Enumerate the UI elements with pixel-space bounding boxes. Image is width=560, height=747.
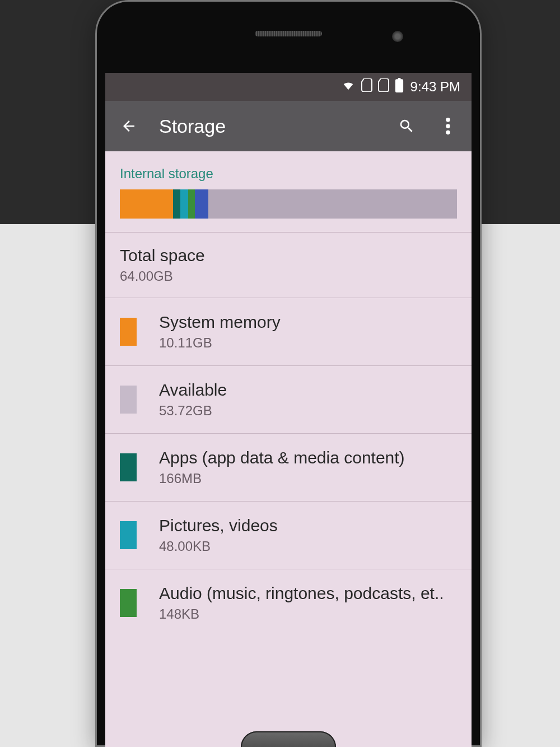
storage-category-row: System memory10.11GB (105, 298, 472, 365)
search-button[interactable] (395, 115, 418, 137)
sim2-icon (378, 78, 389, 95)
category-value: 10.11GB (159, 335, 457, 351)
category-title: System memory (159, 313, 457, 332)
status-bar: 9:43 PM (105, 73, 472, 101)
category-value: 148KB (159, 606, 457, 622)
usage-segment (208, 189, 457, 219)
category-color-swatch (120, 589, 137, 617)
usage-segment (188, 189, 195, 219)
phone-frame: 9:43 PM Storage Internal storage Total s… (95, 0, 482, 747)
battery-icon (395, 78, 404, 96)
category-title: Apps (app data & media content) (159, 448, 457, 467)
total-space-row: Total space 64.00GB (105, 232, 472, 298)
storage-usage-bar (105, 189, 472, 232)
app-bar: Storage (105, 101, 472, 151)
svg-point-1 (446, 124, 450, 128)
total-space-value: 64.00GB (120, 268, 457, 284)
svg-point-0 (446, 118, 450, 122)
section-header-internal: Internal storage (105, 151, 472, 189)
storage-content[interactable]: Internal storage Total space 64.00GB Sys… (105, 151, 472, 637)
category-value: 53.72GB (159, 403, 457, 419)
category-value: 166MB (159, 471, 457, 486)
usage-segment (180, 189, 188, 219)
category-color-swatch (120, 453, 137, 481)
usage-segment (173, 189, 180, 219)
phone-front-camera (392, 31, 403, 42)
overflow-menu-button[interactable] (437, 115, 459, 137)
category-value: 48.00KB (159, 539, 457, 554)
storage-category-row[interactable]: Audio (music, ringtones, podcasts, et..1… (105, 569, 472, 637)
category-title: Available (159, 381, 457, 400)
status-time: 9:43 PM (410, 79, 460, 95)
usage-segment (120, 189, 173, 219)
usage-segment (195, 189, 208, 219)
category-color-swatch (120, 521, 137, 549)
back-button[interactable] (118, 115, 140, 137)
page-title: Storage (159, 115, 376, 137)
phone-earpiece (255, 31, 322, 36)
wifi-icon (341, 79, 356, 95)
phone-screen: 9:43 PM Storage Internal storage Total s… (105, 73, 472, 747)
category-title: Pictures, videos (159, 516, 457, 535)
storage-category-row[interactable]: Pictures, videos48.00KB (105, 501, 472, 569)
category-color-swatch (120, 318, 137, 346)
category-color-swatch (120, 386, 137, 414)
status-icons (341, 78, 404, 96)
storage-category-row[interactable]: Apps (app data & media content)166MB (105, 433, 472, 501)
sim1-icon (361, 78, 372, 95)
phone-home-button[interactable] (241, 731, 336, 747)
svg-point-2 (446, 131, 450, 135)
total-space-label: Total space (120, 246, 457, 265)
category-title: Audio (music, ringtones, podcasts, et.. (159, 584, 457, 603)
storage-category-row: Available53.72GB (105, 365, 472, 433)
